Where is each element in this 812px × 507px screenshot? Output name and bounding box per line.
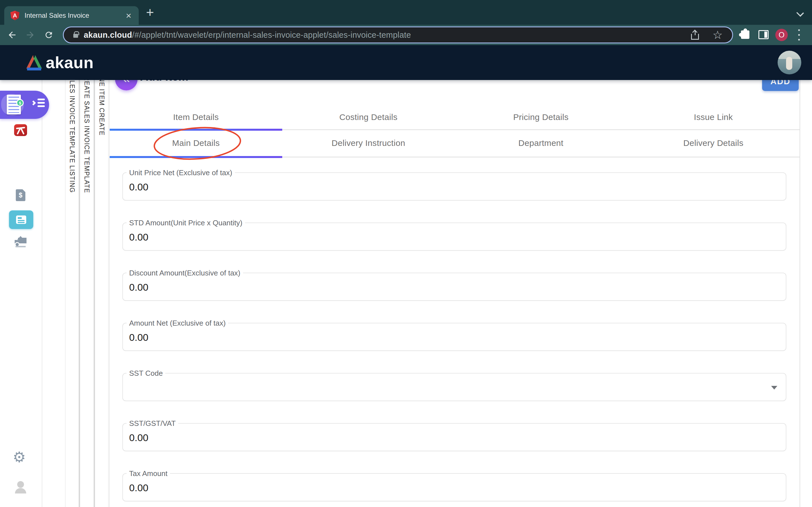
akaun-triangle-icon xyxy=(25,54,43,71)
tab-row-secondary: Main Details Delivery Instruction Depart… xyxy=(110,131,800,155)
new-tab-button[interactable]: + xyxy=(146,6,154,19)
tab-delivery-instruction[interactable]: Delivery Instruction xyxy=(282,131,455,155)
sidebar-item-da-logo-icon[interactable] xyxy=(14,124,27,136)
tab-main-details[interactable]: Main Details xyxy=(110,131,282,155)
field-value: 0.00 xyxy=(129,482,148,494)
akaun-logo[interactable]: akaun xyxy=(25,53,94,72)
discount-amount-field[interactable]: Discount Amount(Exclusive of tax) 0.00 xyxy=(122,273,786,301)
sst-gst-vat-field[interactable]: SST/GST/VAT 0.00 xyxy=(122,423,786,451)
tab-item-details[interactable]: Item Details xyxy=(110,106,282,129)
chevron-down-icon[interactable] xyxy=(771,386,777,390)
forward-nav-icon[interactable] xyxy=(25,30,36,40)
user-avatar[interactable] xyxy=(777,51,801,74)
browser-menu-icon[interactable] xyxy=(798,29,800,41)
dollar-glyph: $ xyxy=(19,191,22,199)
sidebar-item-upload-icon[interactable] xyxy=(15,236,26,249)
url-domain: akaun.cloud xyxy=(84,31,132,40)
browser-tab-strip: A Internal Sales Invoice × + xyxy=(0,0,812,25)
url-path: /#/applet/tnt/wavelet/erp/internal-sales… xyxy=(132,31,411,40)
angular-favicon: A xyxy=(10,11,19,20)
tab-close-icon[interactable]: × xyxy=(124,11,133,20)
dollar-coin-icon: $ xyxy=(16,99,24,107)
sidebar-item-profile-icon[interactable] xyxy=(14,481,27,494)
url-text[interactable]: akaun.cloud/#/applet/tnt/wavelet/erp/int… xyxy=(84,31,411,40)
line-item-create-panel: « Add Item ADD Item Details Costing Deta… xyxy=(109,68,800,507)
browser-tab[interactable]: A Internal Sales Invoice × xyxy=(4,6,139,25)
tab-costing-details[interactable]: Costing Details xyxy=(282,106,455,129)
side-panel-icon[interactable] xyxy=(758,30,769,39)
sidebar-item-settings-gear-icon[interactable]: ⚙ xyxy=(13,450,26,464)
article-icon xyxy=(16,216,26,224)
tab-delivery-details[interactable]: Delivery Details xyxy=(627,131,800,155)
vertical-tab-label: LINE ITEM CREATE xyxy=(98,71,105,507)
sst-code-select[interactable]: SST Code xyxy=(122,373,786,401)
field-label: Discount Amount(Exclusive of tax) xyxy=(126,269,243,277)
tab-pricing-details[interactable]: Pricing Details xyxy=(455,106,627,129)
field-label: Unit Price Net (Exclusive of tax) xyxy=(126,168,235,177)
tax-amount-field[interactable]: Tax Amount 0.00 xyxy=(122,473,786,501)
field-value: 0.00 xyxy=(129,332,148,343)
extensions-puzzle-icon[interactable] xyxy=(741,31,749,39)
field-label: STD Amount(Unit Price x Quantity) xyxy=(126,219,245,227)
field-value: 0.00 xyxy=(129,181,148,193)
unit-price-net-field[interactable]: Unit Price Net (Exclusive of tax) 0.00 xyxy=(122,172,786,201)
vertical-tab-label: CREATE SALES INVOICE TEMPLATE xyxy=(83,71,91,507)
tab-search-chevron-icon[interactable] xyxy=(797,9,804,17)
screen: $ ⚙ $ SALES INVOICE TEMPLATE LISTING CRE… xyxy=(0,0,812,507)
sidebar-item-invoice-document-icon[interactable]: $ xyxy=(16,189,26,201)
field-label: SST Code xyxy=(126,369,165,378)
bookmark-star-icon[interactable]: ☆ xyxy=(712,29,723,41)
brand-name: akaun xyxy=(46,53,94,72)
field-label: SST/GST/VAT xyxy=(126,419,178,428)
share-icon[interactable] xyxy=(691,30,699,40)
tab-issue-link[interactable]: Issue Link xyxy=(627,106,800,129)
field-value: 0.00 xyxy=(129,282,148,293)
app-header: akaun xyxy=(0,45,812,80)
expand-menu-icon[interactable] xyxy=(32,99,45,107)
tab-department[interactable]: Department xyxy=(455,131,627,155)
vertical-tab-strip: SALES INVOICE TEMPLATE LISTING CREATE SA… xyxy=(65,68,109,507)
field-label: Tax Amount xyxy=(126,469,170,478)
amount-net-field[interactable]: Amount Net (Exclusive of tax) 0.00 xyxy=(122,323,786,351)
field-value: 0.00 xyxy=(129,432,148,443)
tab-row-primary: Item Details Costing Details Pricing Det… xyxy=(110,106,800,129)
field-label: Amount Net (Exclusive of tax) xyxy=(126,319,228,328)
reload-icon[interactable] xyxy=(43,30,54,40)
vertical-tab-label: SALES INVOICE TEMPLATE LISTING xyxy=(68,71,76,507)
lock-icon[interactable] xyxy=(73,34,78,38)
tab-underline-secondary xyxy=(110,156,800,158)
back-nav-icon[interactable] xyxy=(7,30,17,40)
url-bar[interactable]: akaun.cloud/#/applet/tnt/wavelet/erp/int… xyxy=(63,26,733,43)
tab-underline-primary xyxy=(110,129,800,131)
vertical-tab-line-item-create[interactable]: LINE ITEM CREATE xyxy=(95,68,108,507)
browser-profile-badge[interactable]: O xyxy=(775,29,788,41)
sidebar-item-template-active[interactable] xyxy=(9,210,33,229)
form-fields: Unit Price Net (Exclusive of tax) 0.00 S… xyxy=(122,172,786,507)
vertical-tab-sales-invoice-template-listing[interactable]: SALES INVOICE TEMPLATE LISTING xyxy=(65,68,79,507)
browser-tab-title: Internal Sales Invoice xyxy=(24,11,124,19)
field-value: 0.00 xyxy=(129,231,148,243)
browser-chrome: A Internal Sales Invoice × + akaun.cloud… xyxy=(0,0,812,45)
vertical-tab-create-sales-invoice-template[interactable]: CREATE SALES INVOICE TEMPLATE xyxy=(80,68,93,507)
applet-badge-sales-invoice[interactable]: $ xyxy=(0,91,49,119)
std-amount-field[interactable]: STD Amount(Unit Price x Quantity) 0.00 xyxy=(122,223,786,251)
browser-toolbar: akaun.cloud/#/applet/tnt/wavelet/erp/int… xyxy=(0,25,812,45)
